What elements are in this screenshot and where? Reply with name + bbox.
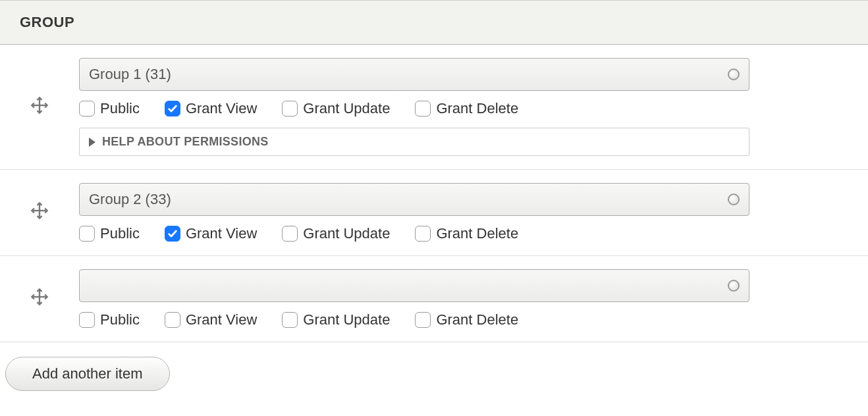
grant-delete-checkbox[interactable]: Grant Delete xyxy=(415,225,518,242)
checkbox-label: Grant Delete xyxy=(436,225,518,242)
permission-checkboxes: PublicGrant ViewGrant UpdateGrant Delete xyxy=(79,225,749,242)
checkbox-box xyxy=(79,101,95,117)
group-select[interactable] xyxy=(79,269,749,302)
grant-update-checkbox[interactable]: Grant Update xyxy=(282,100,390,117)
permission-checkboxes: PublicGrant ViewGrant UpdateGrant Delete xyxy=(79,311,749,328)
public-checkbox[interactable]: Public xyxy=(79,311,140,328)
disclosure-triangle-icon xyxy=(89,138,95,147)
help-about-permissions[interactable]: HELP ABOUT PERMISSIONS xyxy=(79,128,749,156)
checkbox-box xyxy=(415,226,431,242)
checkbox-label: Public xyxy=(100,311,140,328)
checkbox-label: Grant Update xyxy=(303,225,390,242)
public-checkbox[interactable]: Public xyxy=(79,100,140,117)
drag-handle[interactable] xyxy=(0,96,79,118)
checkbox-label: Grant Delete xyxy=(436,311,518,328)
group-select-value: Group 1 (31) xyxy=(89,66,171,83)
move-icon xyxy=(30,201,49,224)
add-another-item-button[interactable]: Add another item xyxy=(5,357,170,391)
group-select[interactable]: Group 1 (31) xyxy=(79,58,749,91)
dropdown-indicator-icon xyxy=(728,280,740,292)
grant-delete-checkbox[interactable]: Grant Delete xyxy=(415,100,518,117)
row-content: Group 1 (31)PublicGrant ViewGrant Update… xyxy=(79,58,868,156)
group-header-title: GROUP xyxy=(20,14,74,30)
grant-delete-checkbox[interactable]: Grant Delete xyxy=(415,311,518,328)
checkbox-label: Grant View xyxy=(186,100,257,117)
checkbox-label: Grant View xyxy=(186,225,257,242)
dropdown-indicator-icon xyxy=(728,68,740,80)
help-label: HELP ABOUT PERMISSIONS xyxy=(102,135,269,149)
footer: Add another item xyxy=(0,342,868,405)
drag-handle[interactable] xyxy=(0,201,79,224)
group-row: Group 1 (31)PublicGrant ViewGrant Update… xyxy=(0,45,868,170)
checkbox-box xyxy=(282,226,298,242)
checkbox-label: Public xyxy=(100,225,140,242)
checkbox-box xyxy=(79,312,95,328)
checkbox-box xyxy=(165,226,180,242)
grant-view-checkbox[interactable]: Grant View xyxy=(165,100,257,117)
public-checkbox[interactable]: Public xyxy=(79,225,140,242)
checkbox-box xyxy=(282,312,298,328)
checkbox-label: Grant View xyxy=(186,311,257,328)
checkbox-label: Public xyxy=(100,100,140,117)
checkbox-label: Grant Update xyxy=(303,100,390,117)
grant-view-checkbox[interactable]: Grant View xyxy=(165,225,257,242)
drag-handle[interactable] xyxy=(0,288,79,310)
group-row: Group 2 (33)PublicGrant ViewGrant Update… xyxy=(0,170,868,256)
group-select[interactable]: Group 2 (33) xyxy=(79,183,749,216)
checkbox-box xyxy=(415,312,431,328)
grant-view-checkbox[interactable]: Grant View xyxy=(165,311,257,328)
move-icon xyxy=(30,96,49,118)
checkbox-box xyxy=(165,101,180,117)
row-content: Group 2 (33)PublicGrant ViewGrant Update… xyxy=(79,183,868,242)
grant-update-checkbox[interactable]: Grant Update xyxy=(282,311,390,328)
permission-checkboxes: PublicGrant ViewGrant UpdateGrant Delete xyxy=(79,100,749,117)
dropdown-indicator-icon xyxy=(728,194,740,205)
group-select-value: Group 2 (33) xyxy=(89,191,171,208)
checkbox-box xyxy=(415,101,431,117)
checkbox-label: Grant Update xyxy=(303,311,390,328)
move-icon xyxy=(30,288,49,310)
checkbox-box xyxy=(79,226,95,242)
group-header: GROUP xyxy=(0,0,868,45)
checkbox-label: Grant Delete xyxy=(436,100,518,117)
checkbox-box xyxy=(165,312,180,328)
group-row: PublicGrant ViewGrant UpdateGrant Delete xyxy=(0,256,868,342)
checkbox-box xyxy=(282,101,298,117)
row-content: PublicGrant ViewGrant UpdateGrant Delete xyxy=(79,269,868,328)
grant-update-checkbox[interactable]: Grant Update xyxy=(282,225,390,242)
